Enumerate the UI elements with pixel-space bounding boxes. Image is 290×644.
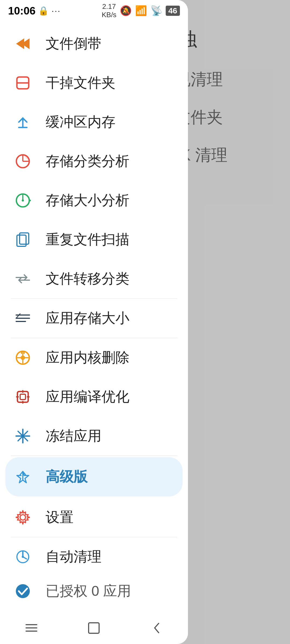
menu-item-auto-clean[interactable]: 自动清理 xyxy=(0,537,188,576)
advanced-icon xyxy=(13,467,32,486)
authorized-apps-icon xyxy=(13,582,32,601)
status-icon-lock: 🔒 xyxy=(38,6,49,16)
file-reel-icon xyxy=(13,34,32,53)
menu-item-buffer-memory[interactable]: 缓冲区内存 xyxy=(0,103,188,142)
menu-item-advanced[interactable]: 高级版 xyxy=(5,457,183,496)
menu-item-storage-category[interactable]: 存储分类分析 xyxy=(0,142,188,181)
kill-folder-icon xyxy=(13,74,32,92)
authorized-apps-row[interactable]: 已授权 0 应用 xyxy=(0,576,188,606)
freeze-app-icon xyxy=(13,427,32,445)
kill-folder-label: 干掉文件夹 xyxy=(46,74,115,92)
signal-icon: 📶 xyxy=(135,5,147,16)
wifi-icon: 📡 xyxy=(150,5,162,16)
svg-point-49 xyxy=(22,556,24,558)
settings-label: 设置 xyxy=(46,508,74,527)
svg-point-45 xyxy=(20,515,26,520)
menu-item-kill-folder[interactable]: 干掉文件夹 xyxy=(0,63,188,103)
file-reel-label: 文件倒带 xyxy=(46,34,102,53)
menu-item-settings[interactable]: 设置 xyxy=(0,498,188,537)
menu-item-storage-size[interactable]: 存储大小分析 xyxy=(0,181,188,220)
divider-3 xyxy=(11,456,177,456)
menu-item-freeze-app[interactable]: 冻结应用 xyxy=(0,416,188,456)
menu-item-app-storage-size[interactable]: 应用存储大小 xyxy=(0,299,188,338)
svg-point-43 xyxy=(21,434,24,438)
svg-marker-8 xyxy=(16,38,24,49)
storage-category-label: 存储分类分析 xyxy=(46,152,129,171)
advanced-label: 高级版 xyxy=(46,467,88,486)
settings-icon xyxy=(13,508,32,527)
svg-rect-33 xyxy=(17,391,28,402)
svg-point-50 xyxy=(16,584,30,598)
nav-back-button[interactable] xyxy=(135,617,178,639)
app-kernel-delete-icon xyxy=(13,348,32,367)
status-right: 2.17 KB/s 🔕 📶 📡 46 xyxy=(102,2,180,19)
freeze-app-label: 冻结应用 xyxy=(46,427,102,445)
svg-line-28 xyxy=(16,314,20,318)
auto-clean-icon xyxy=(13,547,32,566)
drawer-panel: 10:06 🔒 ··· 2.17 KB/s 🔕 📶 📡 46 文件倒带 xyxy=(0,0,188,644)
app-kernel-delete-label: 应用内核删除 xyxy=(46,348,129,367)
file-transfer-label: 文件转移分类 xyxy=(46,269,129,288)
mute-icon: 🔕 xyxy=(120,5,132,16)
file-transfer-icon xyxy=(13,269,32,288)
status-time: 10:06 xyxy=(8,5,35,17)
app-storage-size-icon xyxy=(13,309,32,328)
menu-item-file-reel[interactable]: 文件倒带 xyxy=(0,24,188,63)
menu-item-app-kernel-delete[interactable]: 应用内核删除 xyxy=(0,338,188,377)
svg-rect-54 xyxy=(89,623,99,633)
storage-size-icon xyxy=(13,191,32,210)
status-bar: 10:06 🔒 ··· 2.17 KB/s 🔕 📶 📡 46 xyxy=(0,0,188,21)
app-compile-label: 应用编译优化 xyxy=(46,387,129,406)
svg-point-20 xyxy=(29,200,31,201)
nav-home-button[interactable] xyxy=(73,617,115,639)
duplicate-scan-icon xyxy=(13,230,32,249)
app-compile-icon xyxy=(13,387,32,406)
buffer-memory-icon xyxy=(13,113,32,131)
status-dots: ··· xyxy=(52,6,61,15)
menu-item-duplicate-scan[interactable]: 重复文件扫描 xyxy=(0,220,188,259)
menu-item-app-compile[interactable]: 应用编译优化 xyxy=(0,377,188,416)
svg-rect-34 xyxy=(20,394,26,400)
auto-clean-label: 自动清理 xyxy=(46,547,102,566)
buffer-memory-label: 缓冲区内存 xyxy=(46,113,115,131)
status-left: 10:06 🔒 ··· xyxy=(8,5,61,17)
battery-indicator: 46 xyxy=(166,6,180,16)
storage-size-label: 存储大小分析 xyxy=(46,191,129,210)
authorized-apps-label: 已授权 0 应用 xyxy=(46,582,131,601)
duplicate-scan-label: 重复文件扫描 xyxy=(46,230,129,249)
bottom-nav xyxy=(0,612,188,644)
nav-menu-button[interactable] xyxy=(10,617,53,639)
storage-category-icon xyxy=(13,152,32,171)
network-speed: 2.17 KB/s xyxy=(102,2,117,19)
app-storage-size-label: 应用存储大小 xyxy=(46,309,129,328)
menu-item-file-transfer[interactable]: 文件转移分类 xyxy=(0,259,188,298)
drawer-content: 文件倒带 干掉文件夹 缓冲区内存 xyxy=(0,0,188,644)
